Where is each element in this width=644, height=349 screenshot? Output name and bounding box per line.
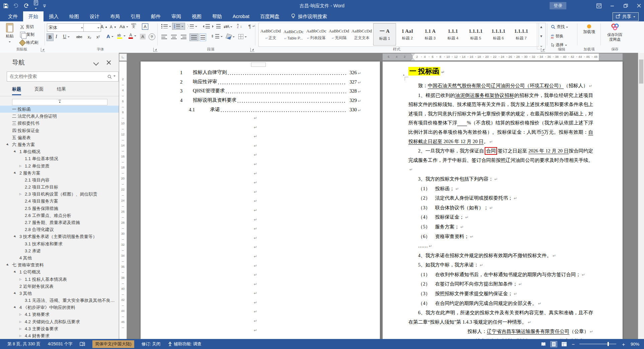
page-bid-letter[interactable]: ▪一 投标函↵ 致：中国石油天然气股份有限公司辽河油田分公司（环境工程公司）（招… (383, 62, 623, 339)
minimize-button[interactable] (610, 3, 615, 8)
nav-item[interactable]: ▶1 单位概况 (0, 148, 119, 155)
expanded-icon[interactable]: ▶ (12, 269, 18, 275)
shrink-font-button[interactable]: A▼ (110, 25, 116, 29)
close-button[interactable] (637, 3, 641, 8)
nav-item[interactable]: ▷2.3 项目机构设置（框图）、岗位职责 (0, 191, 119, 198)
nav-item[interactable]: 2 近年财务状况表 (0, 283, 119, 290)
styles-dialog-launcher[interactable] (541, 48, 545, 52)
zoom-slider[interactable] (579, 344, 616, 344)
share-button[interactable]: 共享 (613, 12, 639, 21)
tab-视图[interactable]: 视图 (186, 11, 207, 21)
nav-item[interactable]: ▶六 服务方案 (0, 141, 119, 148)
vertical-scrollbar[interactable] (638, 53, 644, 339)
tab-插入[interactable]: 插入 (44, 11, 64, 21)
italic-button[interactable]: I (56, 34, 57, 39)
proofing-icon[interactable] (80, 342, 85, 346)
document-body[interactable]: ▪一 投标函↵ 致：中国石油天然气股份有限公司辽河油田分公司（环境工程公司）（招… (408, 66, 593, 339)
nav-item[interactable]: ▶七 资格审查资料 (0, 261, 119, 268)
nav-item[interactable]: 1.1 单位基本情况 (0, 155, 119, 162)
style-标题 3[interactable]: 1.1 A标题 3 (419, 23, 441, 45)
line-spacing-button[interactable]: ⇕ (211, 34, 223, 38)
zoom-in-button[interactable]: ＋ (621, 342, 626, 347)
ribbon-display-options-icon[interactable] (596, 3, 601, 8)
change-case-button[interactable]: Aa (119, 24, 128, 29)
style-无间隔[interactable]: AaBbCcDdE↵无间隔 (328, 23, 350, 45)
document-canvas[interactable]: ∟ 64224681012141618202224262830323436384… (119, 53, 638, 339)
nav-item[interactable]: 3.2 承诺 (0, 247, 119, 254)
collapsed-icon[interactable]: ▷ (19, 325, 21, 332)
nav-item[interactable]: 三 授权委托书 (0, 120, 119, 127)
expanded-icon[interactable]: ▶ (12, 170, 18, 176)
nav-tab-页面[interactable]: 页面 (34, 86, 44, 95)
tell-me-search[interactable]: 操作说明搜索 (291, 11, 327, 21)
expanded-icon[interactable]: ▶ (4, 262, 11, 268)
distribute-button[interactable] (199, 33, 206, 41)
tab-开始[interactable]: 开始 (23, 11, 44, 21)
underline-button[interactable]: U (63, 34, 70, 39)
font-color-button[interactable]: A (129, 33, 136, 39)
asian-layout-button[interactable]: ⇄A (224, 24, 232, 29)
tab-文件[interactable]: 文件 (3, 11, 23, 21)
style-标题 6[interactable]: 1.1.1.1标题 6 (487, 23, 510, 45)
multilevel-list-button[interactable]: ¹ ³ ᵢ (187, 24, 197, 28)
tab-布局[interactable]: 布局 (105, 11, 125, 21)
restore-button[interactable] (623, 3, 628, 8)
nav-item[interactable]: 四 投标保证金 (0, 127, 119, 134)
zoom-out-button[interactable]: − (572, 342, 575, 347)
highlight-color-button[interactable]: ab (117, 33, 126, 39)
nav-item[interactable]: ▷4.2 关键岗位人员和队伍要求 (0, 318, 119, 325)
nav-item[interactable]: 2.7 服务期、质量承诺及措施 (0, 219, 119, 226)
nav-item[interactable]: 4 其他 (0, 254, 119, 261)
find-button[interactable]: 查找 (551, 24, 568, 30)
tab-Acrobat[interactable]: Acrobat (227, 11, 255, 21)
expanded-icon[interactable]: ▶ (12, 290, 18, 297)
zoom-level[interactable]: 90% (631, 342, 639, 347)
nav-item[interactable]: ▷1.2 单位资质 (0, 162, 119, 169)
tab-邮件[interactable]: 邮件 (146, 11, 166, 21)
tab-帮助[interactable]: 帮助 (207, 11, 227, 21)
bullets-button[interactable] (161, 24, 171, 28)
zoom-slider-knob[interactable] (608, 342, 609, 346)
nav-item[interactable]: ▷4.4 财务要求 (0, 332, 119, 339)
toc-entry[interactable]: 4.1承诺330↵ (141, 103, 380, 113)
cut-button[interactable]: 剪切 (20, 24, 34, 30)
nav-item[interactable]: 2.1 项目内容 (0, 177, 119, 184)
style-列表段落[interactable]: AaBbCcDc↵列表段落 (305, 23, 328, 45)
style-正文文本[interactable]: AaBbCcDdE正文文本 (350, 23, 373, 45)
bold-button[interactable]: B (47, 33, 54, 41)
align-center-button[interactable] (171, 35, 177, 39)
nav-item[interactable]: 五 偏差表 (0, 134, 119, 141)
justify-button[interactable] (189, 33, 198, 41)
font-dialog-launcher[interactable] (153, 48, 157, 52)
align-left-button[interactable] (161, 35, 167, 39)
nav-item[interactable]: 二 法定代表人身份证明 (0, 113, 119, 120)
style-正文[interactable]: AaBbCcDdE↵正文 (259, 23, 282, 45)
page-toc[interactable]: 1投标人自律守则326↵2响应性评审327↵3QHSE管理要求328↵4招标说明… (141, 62, 380, 339)
toc-entry[interactable]: 4招标说明及资料要求329↵ (141, 94, 380, 103)
decrease-indent-button[interactable] (202, 24, 210, 28)
tab-百度网盘[interactable]: 百度网盘 (255, 11, 285, 21)
align-right-button[interactable] (181, 35, 186, 39)
accessibility-checker[interactable]: 辅助功能: 调查 (168, 341, 202, 347)
hanging-indent-marker[interactable] (411, 56, 415, 61)
borders-button[interactable] (238, 34, 247, 39)
nav-jump-to-top[interactable]: ▴ (12, 99, 107, 105)
track-changes-indicator[interactable]: 修订: 关闭 (142, 341, 161, 347)
expanded-icon[interactable]: ▶ (12, 233, 18, 240)
horizontal-ruler[interactable]: 6422468101214161820222426283032343638404… (383, 53, 623, 61)
nav-item[interactable]: 2.8 合理化建议 (0, 226, 119, 233)
phonetic-guide-button[interactable]: wén文 (131, 23, 136, 28)
nav-close-icon[interactable] (106, 60, 111, 65)
scrollbar-thumb[interactable] (639, 60, 643, 84)
superscript-button[interactable]: x² (96, 35, 100, 39)
collapsed-icon[interactable]: ▷ (19, 332, 21, 339)
tab-审阅[interactable]: 审阅 (166, 11, 186, 21)
expanded-icon[interactable]: ▶ (12, 148, 18, 155)
search-icon[interactable] (107, 75, 112, 79)
print-layout-button[interactable] (551, 342, 557, 347)
style-标题 2[interactable]: 1 AaI标题 2 (396, 23, 419, 45)
style-标题 4[interactable]: 1.1.1标题 4 (441, 23, 464, 45)
nav-item[interactable]: ▶1 公司概况 (0, 268, 119, 275)
styles-gallery-more-button[interactable]: ▴▾⌄ (537, 23, 546, 49)
shading-button[interactable] (226, 34, 235, 39)
